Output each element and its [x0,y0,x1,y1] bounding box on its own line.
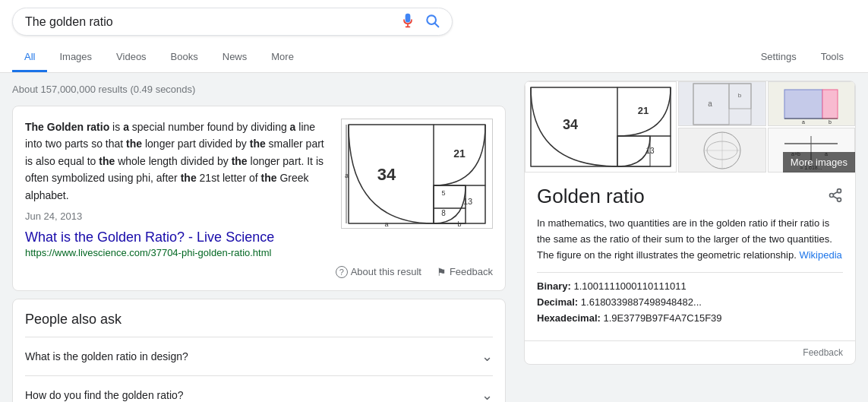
people-also-ask-card: People also ask What is the golden ratio… [12,299,506,402]
search-box [12,8,453,36]
ask-question-0: What is the golden ratio in design? [25,350,188,362]
microphone-icon[interactable] [400,13,415,30]
chevron-down-icon-1: ⌄ [481,387,493,402]
tab-settings[interactable]: Settings [749,43,809,72]
svg-text:21: 21 [638,105,649,116]
tab-books[interactable]: Books [159,43,210,72]
result-text: The Golden ratio is a special number fou… [25,119,329,258]
kp-wikipedia-link[interactable]: Wikipedia [799,249,841,261]
more-images-label: More images [791,157,847,168]
kp-fact-label-1: Decimal: [537,296,578,308]
result-description: The Golden ratio is a special number fou… [25,119,329,204]
feedback-button[interactable]: ⚑ Feedback [437,266,493,278]
svg-text:34: 34 [563,117,578,132]
ask-item-0[interactable]: What is the golden ratio in design? ⌄ [25,337,493,375]
tab-videos[interactable]: Videos [104,43,159,72]
kp-feedback-button[interactable]: Feedback [525,340,855,364]
svg-rect-28 [693,84,751,125]
tab-news[interactable]: News [210,43,260,72]
svg-rect-33 [784,90,822,119]
knowledge-panel: 34 21 13 [524,81,856,365]
chevron-down-icon-0: ⌄ [481,348,493,365]
svg-point-47 [838,189,841,193]
kp-grid-image-2[interactable] [678,128,766,173]
right-column: 34 21 13 [524,81,856,402]
flag-icon: ⚑ [437,266,447,278]
svg-text:a: a [802,119,805,125]
svg-text:5: 5 [441,189,445,197]
result-link-title[interactable]: What is the Golden Ratio? - Live Science [25,229,329,245]
svg-text:34: 34 [377,165,396,184]
svg-text:8: 8 [441,209,446,217]
kp-images: 34 21 13 [525,81,855,173]
ask-question-1: How do you find the golden ratio? [25,389,184,401]
search-icons [400,13,440,30]
nav-tabs: All Images Videos Books News More Settin… [12,43,856,72]
kp-fact-label-0: Binary: [537,280,571,292]
kp-fact-value-0: 1.1001111000110111011 [573,280,686,292]
more-images-overlay[interactable]: More images [783,152,855,173]
svg-line-1 [435,24,439,27]
search-magnifier-icon[interactable] [425,13,440,30]
result-url: https://www.livescience.com/37704-phi-go… [25,247,329,258]
kp-fact-value-1: 1.6180339887498948482... [581,296,702,308]
svg-text:a: a [345,172,349,179]
search-bar-row [12,8,856,36]
svg-text:a: a [708,100,712,108]
svg-line-50 [833,196,838,198]
kp-main-image: 34 21 13 [525,81,677,173]
svg-point-49 [838,198,841,201]
header: All Images Videos Books News More Settin… [0,0,868,73]
result-footer: ? About this result ⚑ Feedback [25,266,493,278]
main-result-card: The Golden ratio is a special number fou… [12,106,506,291]
ask-item-1[interactable]: How do you find the golden ratio? ⌄ [25,375,493,402]
kp-fact-0: Binary: 1.1001111000110111011 [537,280,843,292]
svg-rect-7 [434,185,466,208]
result-count: About 157,000,000 results (0.49 seconds) [12,81,506,95]
search-input[interactable] [25,15,400,29]
svg-rect-34 [822,90,838,119]
people-also-ask-title: People also ask [25,312,493,328]
share-icon[interactable] [828,188,843,205]
tab-all[interactable]: All [12,43,47,72]
kp-facts: Binary: 1.1001111000110111011 Decimal: 1… [537,272,843,324]
svg-line-51 [833,192,838,194]
kp-grid-image-1[interactable]: a b [768,81,856,126]
result-date: Jun 24, 2013 [25,210,82,222]
svg-text:b: b [738,92,742,99]
tab-tools[interactable]: Tools [809,43,856,72]
tab-images[interactable]: Images [47,43,104,72]
svg-text:b: b [457,220,461,227]
svg-point-48 [830,194,834,198]
kp-grid-image-0[interactable]: a b [678,81,766,126]
svg-text:a: a [384,220,388,227]
svg-rect-23 [617,136,671,166]
kp-fact-1: Decimal: 1.6180339887498948482... [537,296,843,308]
left-column: About 157,000,000 results (0.49 seconds)… [12,81,506,402]
kp-fact-label-2: Hexadecimal: [537,312,601,324]
kp-title-row: Golden ratio [537,185,843,208]
svg-text:21: 21 [453,147,466,160]
svg-rect-6 [434,185,466,223]
kp-body: Golden ratio In mathemati [525,173,855,340]
nav-right: Settings Tools [749,43,856,72]
about-result-button[interactable]: ? About this result [336,266,421,278]
kp-description: In mathematics, two quantities are in th… [537,216,843,263]
kp-fact-value-2: 1.9E3779B97F4A7C15F39 [603,312,721,324]
svg-text:b: b [829,119,832,125]
spiral-image: 34 21 13 8 5 [341,119,493,229]
main-content: About 157,000,000 results (0.49 seconds)… [0,73,868,402]
question-icon: ? [336,266,348,278]
tab-more[interactable]: More [259,43,306,72]
result-content: The Golden ratio is a special number fou… [25,119,493,258]
kp-title: Golden ratio [537,185,645,208]
kp-fact-2: Hexadecimal: 1.9E3779B97F4A7C15F39 [537,312,843,324]
